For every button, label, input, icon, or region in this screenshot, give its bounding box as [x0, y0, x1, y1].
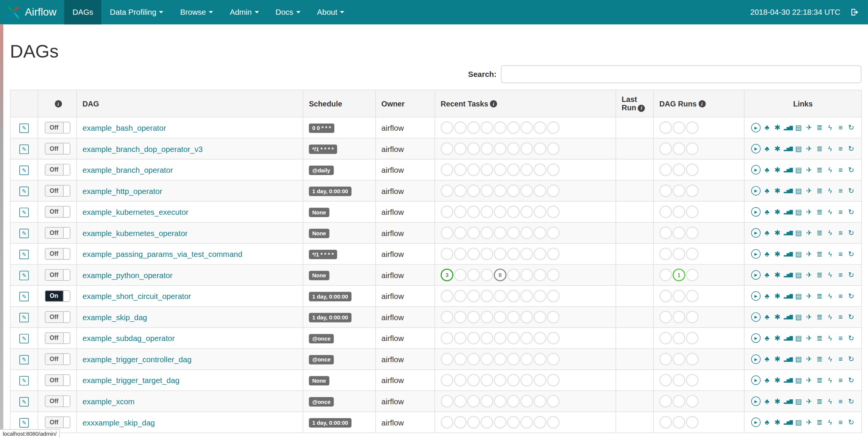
- edit-dag-icon[interactable]: ✎: [19, 334, 29, 343]
- task-tries-icon[interactable]: ▤: [793, 355, 804, 364]
- refresh-dag-icon[interactable]: ↻: [846, 376, 856, 385]
- dag-pause-toggle[interactable]: Off: [45, 396, 70, 407]
- edit-dag-icon[interactable]: ✎: [19, 207, 29, 217]
- dag-pause-toggle[interactable]: On: [45, 290, 70, 302]
- edit-dag-icon[interactable]: ✎: [19, 123, 29, 133]
- task-duration-icon[interactable]: ▂▅▇: [783, 357, 793, 362]
- refresh-dag-icon[interactable]: ↻: [846, 355, 856, 364]
- trigger-dag-icon[interactable]: ▶: [751, 165, 761, 175]
- task-tries-icon[interactable]: ▤: [793, 229, 804, 237]
- logs-icon[interactable]: ≡: [835, 187, 846, 195]
- code-view-icon[interactable]: ϟ: [825, 229, 835, 237]
- trigger-dag-icon[interactable]: ▶: [751, 207, 761, 217]
- code-view-icon[interactable]: ϟ: [825, 292, 835, 300]
- trigger-dag-icon[interactable]: ▶: [751, 418, 761, 427]
- code-view-icon[interactable]: ϟ: [825, 271, 835, 279]
- dag-name-link[interactable]: example_skip_dag: [83, 313, 147, 321]
- task-duration-icon[interactable]: ▂▅▇: [783, 315, 793, 320]
- sign-out-icon[interactable]: [850, 8, 859, 16]
- refresh-dag-icon[interactable]: ↻: [846, 418, 856, 427]
- dag-pause-toggle[interactable]: Off: [45, 332, 70, 344]
- logs-icon[interactable]: ≡: [835, 208, 846, 216]
- graph-view-icon[interactable]: ✱: [772, 208, 783, 216]
- task-duration-icon[interactable]: ▂▅▇: [783, 210, 793, 214]
- gantt-view-icon[interactable]: ≣: [814, 355, 825, 364]
- gantt-view-icon[interactable]: ≣: [814, 334, 825, 343]
- trigger-dag-icon[interactable]: ▶: [751, 397, 761, 406]
- trigger-dag-icon[interactable]: ▶: [751, 271, 761, 280]
- dag-name-link[interactable]: example_bash_operator: [83, 123, 166, 132]
- gantt-view-icon[interactable]: ≣: [814, 166, 825, 174]
- gantt-view-icon[interactable]: ≣: [814, 292, 825, 300]
- task-duration-icon[interactable]: ▂▅▇: [783, 294, 793, 299]
- refresh-dag-icon[interactable]: ↻: [846, 166, 856, 174]
- trigger-dag-icon[interactable]: ▶: [751, 291, 761, 301]
- gantt-view-icon[interactable]: ≣: [814, 145, 825, 153]
- code-view-icon[interactable]: ϟ: [825, 376, 835, 385]
- tree-view-icon[interactable]: ♣: [762, 187, 772, 195]
- task-tries-icon[interactable]: ▤: [793, 397, 804, 406]
- landing-times-icon[interactable]: ✈: [804, 292, 814, 300]
- trigger-dag-icon[interactable]: ▶: [751, 355, 761, 364]
- dag-name-link[interactable]: example_kubernetes_executor: [83, 207, 189, 216]
- trigger-dag-icon[interactable]: ▶: [751, 144, 761, 154]
- landing-times-icon[interactable]: ✈: [804, 229, 814, 237]
- refresh-dag-icon[interactable]: ↻: [846, 271, 856, 279]
- gantt-view-icon[interactable]: ≣: [814, 250, 825, 258]
- task-tries-icon[interactable]: ▤: [793, 166, 804, 174]
- task-tries-icon[interactable]: ▤: [793, 271, 804, 279]
- code-view-icon[interactable]: ϟ: [825, 145, 835, 153]
- tree-view-icon[interactable]: ♣: [762, 334, 772, 343]
- tree-view-icon[interactable]: ♣: [762, 145, 772, 153]
- task-duration-icon[interactable]: ▂▅▇: [783, 167, 793, 172]
- tree-view-icon[interactable]: ♣: [762, 397, 772, 406]
- task-tries-icon[interactable]: ▤: [793, 376, 804, 385]
- logs-icon[interactable]: ≡: [835, 418, 846, 427]
- dag-pause-toggle[interactable]: Off: [45, 416, 70, 428]
- code-view-icon[interactable]: ϟ: [825, 187, 835, 195]
- task-tries-icon[interactable]: ▤: [793, 145, 804, 153]
- dag-pause-toggle[interactable]: Off: [45, 185, 70, 197]
- landing-times-icon[interactable]: ✈: [804, 376, 814, 385]
- dag-name-link[interactable]: example_python_operator: [83, 271, 173, 279]
- edit-dag-icon[interactable]: ✎: [19, 313, 29, 322]
- edit-dag-icon[interactable]: ✎: [19, 376, 29, 385]
- trigger-dag-icon[interactable]: ▶: [751, 123, 761, 133]
- landing-times-icon[interactable]: ✈: [804, 271, 814, 279]
- edit-dag-icon[interactable]: ✎: [19, 271, 29, 280]
- refresh-dag-icon[interactable]: ↻: [846, 250, 856, 258]
- dag-name-link[interactable]: exxxample_skip_dag: [83, 418, 155, 427]
- edit-dag-icon[interactable]: ✎: [19, 418, 29, 427]
- nav-item-about[interactable]: About: [309, 0, 353, 24]
- task-duration-icon[interactable]: ▂▅▇: [783, 231, 793, 236]
- trigger-dag-icon[interactable]: ▶: [751, 334, 761, 343]
- task-tries-icon[interactable]: ▤: [793, 208, 804, 216]
- search-input[interactable]: [501, 65, 862, 83]
- gantt-view-icon[interactable]: ≣: [814, 124, 825, 132]
- task-state-circle[interactable]: 3: [441, 269, 454, 282]
- dag-pause-toggle[interactable]: Off: [45, 206, 70, 218]
- logs-icon[interactable]: ≡: [835, 355, 846, 364]
- landing-times-icon[interactable]: ✈: [804, 250, 814, 258]
- dag-name-link[interactable]: example_trigger_controller_dag: [83, 355, 192, 363]
- graph-view-icon[interactable]: ✱: [772, 145, 783, 153]
- trigger-dag-icon[interactable]: ▶: [751, 376, 761, 385]
- tree-view-icon[interactable]: ♣: [762, 313, 772, 321]
- refresh-dag-icon[interactable]: ↻: [846, 334, 856, 343]
- landing-times-icon[interactable]: ✈: [804, 145, 814, 153]
- task-tries-icon[interactable]: ▤: [793, 418, 804, 427]
- task-state-circle[interactable]: 1: [673, 269, 685, 282]
- graph-view-icon[interactable]: ✱: [772, 334, 783, 343]
- task-duration-icon[interactable]: ▂▅▇: [783, 420, 793, 425]
- refresh-dag-icon[interactable]: ↻: [846, 397, 856, 406]
- logs-icon[interactable]: ≡: [835, 166, 846, 174]
- graph-view-icon[interactable]: ✱: [772, 292, 783, 300]
- dag-name-link[interactable]: example_branch_operator: [83, 165, 173, 174]
- dag-pause-toggle[interactable]: Off: [45, 122, 70, 134]
- trigger-dag-icon[interactable]: ▶: [751, 313, 761, 322]
- graph-view-icon[interactable]: ✱: [772, 187, 783, 195]
- code-view-icon[interactable]: ϟ: [825, 208, 835, 216]
- tree-view-icon[interactable]: ♣: [762, 376, 772, 385]
- trigger-dag-icon[interactable]: ▶: [751, 186, 761, 196]
- graph-view-icon[interactable]: ✱: [772, 229, 783, 237]
